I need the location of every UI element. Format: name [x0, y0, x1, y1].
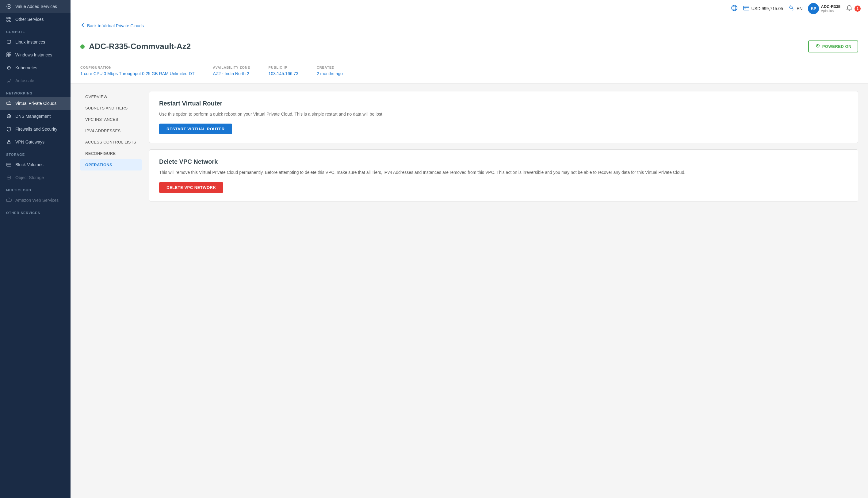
linux-icon	[6, 39, 12, 45]
sidebar-item-label: Autoscale	[15, 78, 34, 83]
language-label: EN	[797, 6, 802, 11]
kubernetes-icon	[6, 65, 12, 70]
sidebar-item-vpn-gateways[interactable]: VPN Gateways	[0, 135, 70, 148]
sidebar-item-firewalls-security[interactable]: Firewalls and Security	[0, 123, 70, 135]
sidebar-item-other-services[interactable]: Other Services	[0, 13, 70, 26]
svg-rect-5	[7, 40, 11, 43]
sidebar-item-label: Other Services	[15, 17, 44, 22]
tabs-content: OVERVIEW SUBNETS AND TIERS VPC INSTANCES…	[70, 84, 868, 209]
restart-title: Restart Virtual Router	[159, 100, 848, 107]
sidebar-item-autoscale: Autoscale	[0, 74, 70, 87]
restart-desc: Use this option to perform a quick reboo…	[159, 111, 848, 117]
grid-icon	[6, 16, 12, 22]
object-storage-icon	[6, 175, 12, 180]
instance-name: ADC-R335-Commvault-Az2	[89, 42, 191, 51]
tab-operations[interactable]: OPERATIONS	[80, 159, 142, 170]
tabs-nav: OVERVIEW SUBNETS AND TIERS VPC INSTANCES…	[80, 91, 142, 202]
config-item: CONFIGURATION 1 core CPU 0 Mbps Throughp…	[80, 66, 195, 76]
ip-label: PUBLIC IP	[269, 66, 298, 69]
tab-vpc-instances[interactable]: VPC INSTANCES	[80, 114, 142, 125]
powered-on-label: POWERED ON	[822, 44, 852, 49]
main-area: USD 999,715.05 EN KP ADC-R335 Apiculus 1	[70, 0, 868, 498]
vpn-icon	[6, 139, 12, 145]
tab-overview[interactable]: OVERVIEW	[80, 91, 142, 102]
back-link[interactable]: Back to Virtual Private Clouds	[80, 23, 858, 28]
restart-card: Restart Virtual Router Use this option t…	[149, 91, 858, 143]
instance-title-row: ADC-R335-Commvault-Az2	[80, 42, 191, 51]
sidebar-item-label: Firewalls and Security	[15, 127, 57, 132]
balance-display[interactable]: USD 999,715.05	[743, 5, 783, 12]
sidebar-item-label: Linux Instances	[15, 40, 45, 44]
svg-rect-4	[10, 20, 11, 22]
language-selector[interactable]: EN	[789, 5, 802, 12]
instance-header: ADC-R335-Commvault-Az2 POWERED ON	[70, 34, 868, 60]
sidebar-item-label: Virtual Private Clouds	[15, 101, 56, 106]
delete-title: Delete VPC Network	[159, 158, 848, 165]
sidebar: Value Added Services Other Services COMP…	[0, 0, 70, 498]
sidebar-item-label: Windows Instances	[15, 52, 52, 57]
tab-subnets[interactable]: SUBNETS AND TIERS	[80, 102, 142, 114]
svg-rect-3	[7, 20, 8, 22]
multicloud-section-label: MULTICLOUD	[0, 184, 70, 194]
ip-value: 103.145.166.73	[269, 71, 298, 76]
storage-section-label: STORAGE	[0, 148, 70, 158]
sidebar-item-label: Block Volumes	[15, 162, 43, 167]
notifications-button[interactable]: 1	[846, 4, 860, 12]
sidebar-item-virtual-private-clouds[interactable]: Virtual Private Clouds	[0, 97, 70, 110]
delete-desc: This will remove this Virtual Private Cl…	[159, 169, 848, 176]
vpc-icon	[6, 101, 12, 106]
svg-rect-2	[10, 17, 11, 19]
user-info: ADC-R335 Apiculus	[821, 4, 840, 13]
meta-section: CONFIGURATION 1 core CPU 0 Mbps Throughp…	[70, 60, 868, 84]
topbar: USD 999,715.05 EN KP ADC-R335 Apiculus 1	[70, 0, 868, 17]
notification-badge: 1	[855, 5, 860, 12]
tab-ipv4[interactable]: IPV4 ADDRESSES	[80, 125, 142, 136]
back-bar: Back to Virtual Private Clouds	[70, 17, 868, 34]
sidebar-item-label: Amazon Web Services	[15, 198, 58, 203]
delete-vpc-button[interactable]: DELETE VPC NETWORK	[159, 182, 223, 193]
created-label: CREATED	[317, 66, 343, 69]
tab-acl[interactable]: ACCESS CONTROL LISTS	[80, 136, 142, 148]
user-name: ADC-R335	[821, 4, 840, 9]
sidebar-item-kubernetes[interactable]: Kubernetes	[0, 61, 70, 74]
sidebar-item-dns-management[interactable]: DNS Management	[0, 110, 70, 123]
sidebar-item-object-storage: Object Storage	[0, 171, 70, 184]
power-icon	[815, 43, 820, 49]
powered-on-button[interactable]: POWERED ON	[808, 40, 858, 52]
aws-icon	[6, 197, 12, 203]
avatar: KP	[808, 3, 819, 14]
sidebar-item-label: DNS Management	[15, 114, 51, 119]
windows-icon	[6, 52, 12, 58]
user-profile[interactable]: KP ADC-R335 Apiculus	[808, 3, 840, 14]
sidebar-item-block-volumes[interactable]: Block Volumes	[0, 158, 70, 171]
sidebar-item-amazon-web-services: Amazon Web Services	[0, 194, 70, 207]
svg-rect-1	[7, 17, 8, 19]
networking-section-label: NETWORKING	[0, 87, 70, 97]
az-item: AVAILABILITY ZONE AZ2 - India North 2	[213, 66, 250, 76]
sidebar-item-value-added-services[interactable]: Value Added Services	[0, 0, 70, 13]
globe-button[interactable]	[731, 4, 738, 12]
compute-section-label: COMPUTE	[0, 26, 70, 36]
svg-rect-23	[745, 9, 746, 9]
delete-card: Delete VPC Network This will remove this…	[149, 149, 858, 201]
tab-reconfigure[interactable]: RECONFIGURE	[80, 148, 142, 159]
az-label: AVAILABILITY ZONE	[213, 66, 250, 69]
svg-rect-7	[9, 53, 11, 55]
status-dot	[80, 44, 85, 49]
balance-amount: USD 999,715.05	[751, 6, 783, 11]
svg-rect-17	[7, 163, 11, 166]
restart-router-button[interactable]: RESTART VIRTUAL ROUTER	[159, 123, 232, 134]
user-org: Apiculus	[821, 9, 840, 13]
other-services-section-label: OTHER SERVICES	[0, 207, 70, 217]
az-value: AZ2 - India North 2	[213, 71, 250, 76]
content-area: Back to Virtual Private Clouds ADC-R335-…	[70, 17, 868, 498]
sidebar-item-linux-instances[interactable]: Linux Instances	[0, 36, 70, 49]
svg-rect-22	[744, 6, 749, 10]
back-arrow-icon	[80, 23, 85, 28]
cards-area: Restart Virtual Router Use this option t…	[149, 91, 858, 202]
sidebar-item-windows-instances[interactable]: Windows Instances	[0, 49, 70, 61]
translate-icon	[789, 5, 795, 12]
svg-rect-9	[9, 55, 11, 57]
dns-icon	[6, 114, 12, 119]
globe-icon	[731, 4, 738, 12]
